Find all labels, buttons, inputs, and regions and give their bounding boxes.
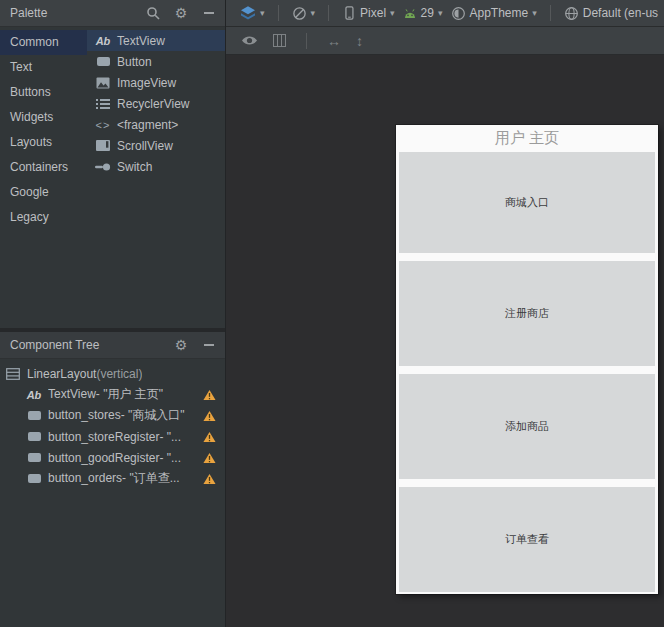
android-studio-layout-editor: Palette ⚙ Common Text Buttons Widgets La… — [0, 0, 664, 627]
phone-icon — [342, 5, 356, 21]
chevron-down-icon: ▾ — [311, 9, 316, 18]
fragment-icon: <> — [95, 119, 111, 131]
warning-icon[interactable] — [203, 473, 216, 485]
toolbar-separator — [550, 5, 551, 21]
imageview-icon — [95, 77, 111, 89]
palette-item-button[interactable]: Button — [87, 51, 225, 72]
design-surface-selector[interactable]: ▾ — [240, 5, 265, 21]
button-icon — [95, 57, 111, 66]
toolbar-separator — [278, 5, 279, 21]
orientation-selector[interactable]: ▾ — [292, 6, 316, 21]
gear-icon[interactable]: ⚙ — [173, 5, 189, 21]
palette-category-layouts[interactable]: Layouts — [0, 130, 87, 155]
orientation-icon — [292, 6, 307, 21]
component-tree-actions: ⚙ — [173, 337, 217, 353]
search-icon[interactable] — [145, 5, 161, 21]
palette-items: Ab TextView Button ImageView — [87, 27, 225, 328]
palette-category-common[interactable]: Common — [0, 30, 87, 55]
tree-node-button-orders[interactable]: button_orders- "订单查... — [0, 468, 225, 489]
tree-node-button-storeregister[interactable]: button_storeRegister- "... — [0, 426, 225, 447]
minimize-icon[interactable] — [201, 337, 217, 353]
chevron-down-icon: ▾ — [532, 9, 537, 18]
columns-icon[interactable] — [273, 34, 286, 47]
linearlayout-icon — [5, 368, 21, 380]
palette-category-legacy[interactable]: Legacy — [0, 205, 87, 230]
device-selector[interactable]: Pixel ▾ — [342, 5, 395, 21]
warning-icon[interactable] — [203, 389, 216, 401]
button-icon — [26, 474, 42, 483]
component-tree-header: Component Tree ⚙ — [0, 332, 225, 359]
button-icon — [26, 453, 42, 462]
palette-item-fragment[interactable]: <> <fragment> — [87, 114, 225, 135]
horizontal-scroll-icon[interactable]: ↔ — [327, 33, 341, 49]
palette-category-buttons[interactable]: Buttons — [0, 80, 87, 105]
palette-item-switch[interactable]: Switch — [87, 156, 225, 177]
palette-category-text[interactable]: Text — [0, 55, 87, 80]
palette-header-actions: ⚙ — [145, 5, 217, 21]
view-options-eye-icon[interactable] — [241, 34, 258, 47]
palette-category-containers[interactable]: Containers — [0, 155, 87, 180]
gear-icon[interactable]: ⚙ — [173, 337, 189, 353]
component-tree: LinearLayout(vertical) Ab TextView- "用户 … — [0, 359, 225, 627]
scrollview-icon — [95, 140, 111, 151]
device-preview: 用户 主页 商城入口 注册商店 添加商品 订单查看 — [396, 125, 658, 594]
chevron-down-icon: ▾ — [260, 9, 265, 18]
globe-icon — [564, 6, 579, 21]
button-icon — [26, 432, 42, 441]
view-options-toolbar: ↔ ↕ — [226, 27, 664, 55]
preview-button-store-register[interactable]: 注册商店 — [399, 261, 655, 366]
tree-node-textview[interactable]: Ab TextView- "用户 主页" — [0, 384, 225, 405]
left-panel: Palette ⚙ Common Text Buttons Widgets La… — [0, 0, 226, 627]
layers-icon — [240, 5, 256, 21]
palette-item-scrollview[interactable]: ScrollView — [87, 135, 225, 156]
api-level-selector[interactable]: 29 ▾ — [403, 6, 443, 20]
vertical-scroll-icon[interactable]: ↕ — [356, 33, 363, 49]
button-icon — [26, 411, 42, 420]
palette-item-recyclerview[interactable]: RecyclerView — [87, 93, 225, 114]
design-toolbar: ▾ ▾ Pixel ▾ 29 ▾ — [226, 0, 664, 27]
textview-icon: Ab — [95, 35, 111, 47]
theme-selector[interactable]: AppTheme ▾ — [451, 6, 537, 21]
palette-category-widgets[interactable]: Widgets — [0, 105, 87, 130]
chevron-down-icon: ▾ — [438, 9, 443, 18]
palette-categories: Common Text Buttons Widgets Layouts Cont… — [0, 27, 87, 328]
design-surface[interactable]: 用户 主页 商城入口 注册商店 添加商品 订单查看 — [226, 55, 664, 627]
tree-node-linearlayout[interactable]: LinearLayout(vertical) — [0, 363, 225, 384]
warning-icon[interactable] — [203, 452, 216, 464]
chevron-down-icon: ▾ — [390, 9, 395, 18]
palette-item-textview[interactable]: Ab TextView — [87, 30, 225, 51]
locale-selector[interactable]: Default (en-us — [564, 6, 658, 21]
palette-category-google[interactable]: Google — [0, 180, 87, 205]
palette-title: Palette — [10, 6, 47, 20]
switch-icon — [95, 162, 111, 172]
minimize-icon[interactable] — [201, 5, 217, 21]
preview-button-stores[interactable]: 商城入口 — [399, 152, 655, 253]
preview-button-list: 商城入口 注册商店 添加商品 订单查看 — [396, 152, 658, 594]
warning-icon[interactable] — [203, 431, 216, 443]
preview-button-good-register[interactable]: 添加商品 — [399, 374, 655, 479]
palette-header: Palette ⚙ — [0, 0, 225, 27]
theme-icon — [451, 6, 466, 21]
toolbar-separator — [328, 5, 329, 21]
preview-textview-title[interactable]: 用户 主页 — [396, 125, 658, 152]
tree-node-button-stores[interactable]: button_stores- "商城入口" — [0, 405, 225, 426]
component-tree-title: Component Tree — [10, 338, 99, 352]
warning-icon[interactable] — [203, 410, 216, 422]
tree-node-button-goodregister[interactable]: button_goodRegister- "... — [0, 447, 225, 468]
toolbar-separator — [306, 33, 307, 49]
android-icon — [403, 8, 417, 19]
textview-icon: Ab — [26, 389, 42, 401]
recyclerview-icon — [95, 98, 111, 110]
palette-body: Common Text Buttons Widgets Layouts Cont… — [0, 27, 225, 328]
preview-button-orders[interactable]: 订单查看 — [399, 487, 655, 592]
design-editor: ▾ ▾ Pixel ▾ 29 ▾ — [226, 0, 664, 627]
palette-item-imageview[interactable]: ImageView — [87, 72, 225, 93]
